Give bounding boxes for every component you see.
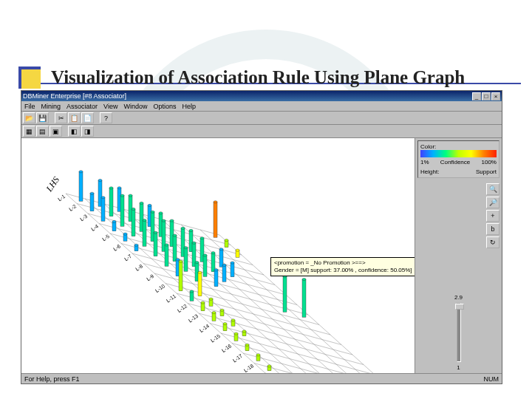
svg-point-131 <box>222 264 226 266</box>
menu-window[interactable]: Window <box>123 103 147 110</box>
threshold-slider[interactable]: 2.9 1 <box>417 294 499 371</box>
zoom-out-icon[interactable]: 🔎 <box>486 197 499 208</box>
svg-point-75 <box>148 204 151 206</box>
svg-rect-112 <box>184 248 188 271</box>
svg-rect-96 <box>214 202 217 237</box>
svg-text:L-12: L-12 <box>177 303 188 313</box>
svg-rect-72 <box>112 222 116 231</box>
svg-point-73 <box>112 220 116 222</box>
separator <box>95 112 99 123</box>
svg-point-97 <box>214 201 217 203</box>
svg-text:L-6: L-6 <box>112 243 121 252</box>
maximize-button[interactable]: □ <box>482 92 491 100</box>
zoom-in-icon[interactable]: 🔍 <box>486 183 499 195</box>
svg-text:L-17: L-17 <box>232 353 244 364</box>
titlebar[interactable]: DBMiner Enterprise [#8 Associator] _ □ × <box>21 91 502 101</box>
svg-rect-128 <box>231 263 234 277</box>
svg-point-57 <box>79 171 83 173</box>
svg-point-113 <box>184 247 188 249</box>
svg-point-95 <box>154 231 157 233</box>
svg-point-77 <box>140 202 143 204</box>
viewmode-a-icon[interactable]: ▦ <box>23 126 35 137</box>
slide-title: Visualization of Association Rule Using … <box>51 67 465 88</box>
plane-graph[interactable]: L-1L-2L-3L-4L-5L-6L-7L-8L-9L-10L-11L-12L… <box>21 138 415 373</box>
select1-icon[interactable]: ◧ <box>68 126 81 137</box>
svg-point-111 <box>192 242 196 244</box>
view-tools: 🔍 🔎 + b ↻ <box>417 183 499 248</box>
cut-icon[interactable]: ✂ <box>55 112 67 123</box>
svg-text:L-18: L-18 <box>243 363 255 373</box>
svg-point-159 <box>245 344 249 346</box>
svg-point-137 <box>190 290 194 293</box>
toolbar-view: ▦ ▤ ▣ ◧ ◨ <box>21 125 502 138</box>
svg-text:L-7: L-7 <box>123 253 132 262</box>
rotate-icon[interactable]: ↻ <box>486 236 499 248</box>
svg-text:L-10: L-10 <box>154 283 166 293</box>
slider-track[interactable] <box>457 303 461 362</box>
main-area: L-1L-2L-3L-4L-5L-6L-7L-8L-9L-10L-11L-12L… <box>21 138 502 373</box>
svg-rect-134 <box>198 273 202 296</box>
svg-text:L-4: L-4 <box>90 223 99 232</box>
menu-associator[interactable]: Associator <box>66 103 98 110</box>
svg-text:L-11: L-11 <box>166 293 177 304</box>
svg-point-109 <box>200 237 204 239</box>
svg-point-105 <box>165 244 168 246</box>
open-icon[interactable]: 📂 <box>23 112 35 123</box>
legend-heading: Color: <box>420 143 497 150</box>
svg-point-161 <box>256 354 260 356</box>
svg-point-79 <box>132 208 135 210</box>
legend-label: Confidence <box>440 159 470 166</box>
copy-icon[interactable]: 📋 <box>68 112 81 123</box>
svg-point-145 <box>212 311 216 313</box>
svg-rect-78 <box>132 209 135 236</box>
svg-point-103 <box>173 234 177 236</box>
svg-text:L-16: L-16 <box>221 343 233 353</box>
viewmode-b-icon[interactable]: ▤ <box>36 126 49 137</box>
svg-rect-104 <box>165 245 168 266</box>
svg-point-117 <box>236 249 239 251</box>
close-button[interactable]: × <box>491 92 500 100</box>
menu-help[interactable]: Help <box>182 103 196 110</box>
side-panel: Color: 1% Confidence 100% Height: Suppor… <box>415 138 502 373</box>
slider-thumb[interactable] <box>455 304 464 310</box>
svg-point-119 <box>219 248 223 250</box>
menu-view[interactable]: View <box>103 103 117 110</box>
svg-text:L-1: L-1 <box>57 194 66 202</box>
menu-options[interactable]: Options <box>153 103 176 110</box>
paste-icon[interactable]: 📄 <box>81 112 94 123</box>
svg-text:L-2: L-2 <box>68 203 77 212</box>
toolbar-main: 📂 💾 ✂ 📋 📄 ? <box>21 112 502 125</box>
menu-file[interactable]: File <box>24 103 35 110</box>
svg-rect-66 <box>101 197 105 221</box>
svg-point-139 <box>209 298 213 300</box>
slider-bottom-value: 1 <box>417 364 499 371</box>
tooltip-line1: <promotion = _No Promotion >==> <box>274 259 412 267</box>
plus-icon[interactable]: + <box>486 210 499 222</box>
height-label: Height: <box>420 168 439 175</box>
grid-icon[interactable]: ▣ <box>50 126 62 137</box>
legend-low: 1% <box>420 159 429 166</box>
svg-text:L-13: L-13 <box>188 313 200 324</box>
svg-point-107 <box>225 239 228 242</box>
svg-text:L-8: L-8 <box>134 263 143 272</box>
help-icon[interactable]: ? <box>100 112 112 123</box>
status-help: For Help, press F1 <box>24 375 80 383</box>
b-icon[interactable]: b <box>486 223 499 235</box>
svg-point-127 <box>179 260 183 262</box>
svg-point-141 <box>201 301 205 304</box>
svg-point-91 <box>170 219 174 222</box>
save-icon[interactable]: 💾 <box>36 112 49 123</box>
svg-point-125 <box>195 262 199 264</box>
menu-mining[interactable]: Mining <box>41 103 61 110</box>
svg-text:L-15: L-15 <box>210 333 222 344</box>
svg-text:L-5: L-5 <box>101 233 110 242</box>
svg-rect-120 <box>211 253 215 272</box>
minimize-button[interactable]: _ <box>472 92 481 100</box>
svg-point-63 <box>117 187 121 189</box>
chart-zone[interactable]: L-1L-2L-3L-4L-5L-6L-7L-8L-9L-10L-11L-12L… <box>21 138 415 373</box>
svg-point-121 <box>211 252 215 254</box>
svg-point-65 <box>109 187 113 189</box>
svg-point-123 <box>203 254 207 256</box>
select2-icon[interactable]: ◨ <box>81 126 94 137</box>
svg-point-155 <box>234 332 238 335</box>
